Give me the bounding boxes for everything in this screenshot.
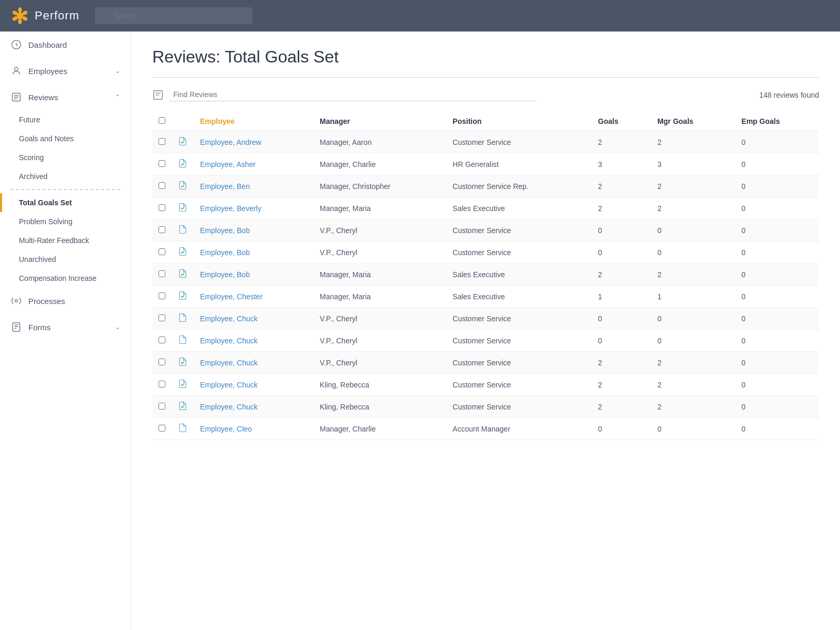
row-emp-goals: 0	[731, 286, 819, 308]
row-checkbox-cell[interactable]	[152, 175, 172, 197]
row-employee-name[interactable]: Employee, Andrew	[194, 131, 313, 153]
row-manager: Manager, Charlie	[313, 418, 446, 440]
svg-point-1	[18, 7, 22, 13]
topbar: Perform	[0, 0, 840, 32]
row-doc-icon-cell	[172, 197, 194, 219]
svg-point-10	[15, 67, 18, 71]
header-manager[interactable]: Manager	[313, 112, 446, 131]
sidebar-sub-multi-rater[interactable]: Multi-Rater Feedback	[0, 231, 131, 250]
sidebar-item-dashboard[interactable]: Dashboard	[0, 32, 131, 58]
sidebar-sub-unarchived[interactable]: Unarchived	[0, 250, 131, 269]
row-manager: Manager, Charlie	[313, 153, 446, 175]
row-checkbox-cell[interactable]	[152, 330, 172, 352]
doc-checked-icon	[178, 269, 187, 278]
row-employee-name[interactable]: Employee, Bob	[194, 219, 313, 242]
row-checkbox[interactable]	[159, 204, 165, 211]
doc-checked-icon	[178, 203, 187, 212]
row-employee-name[interactable]: Employee, Bob	[194, 242, 313, 264]
table-row: Employee, Ben Manager, Christopher Custo…	[152, 175, 819, 197]
doc-checked-icon	[178, 379, 187, 388]
select-all-checkbox[interactable]	[159, 117, 165, 124]
row-checkbox[interactable]	[159, 359, 165, 365]
row-checkbox-cell[interactable]	[152, 352, 172, 374]
row-employee-name[interactable]: Employee, Cleo	[194, 418, 313, 440]
row-checkbox-cell[interactable]	[152, 131, 172, 153]
row-employee-name[interactable]: Employee, Chuck	[194, 374, 313, 396]
sidebar-sub-problem-solving[interactable]: Problem Solving	[0, 212, 131, 231]
row-checkbox[interactable]	[159, 248, 165, 255]
sidebar-sub-archived[interactable]: Archived	[0, 167, 131, 186]
row-checkbox-cell[interactable]	[152, 374, 172, 396]
sidebar-sub-goals-notes[interactable]: Goals and Notes	[0, 129, 131, 148]
row-mgr-goals: 3	[647, 153, 731, 175]
row-checkbox-cell[interactable]	[152, 286, 172, 308]
row-goals: 2	[587, 264, 647, 286]
row-goals: 0	[587, 418, 647, 440]
row-goals: 2	[587, 197, 647, 219]
row-checkbox[interactable]	[159, 314, 165, 321]
row-doc-icon-cell	[172, 308, 194, 330]
header-goals[interactable]: Goals	[587, 112, 647, 131]
row-checkbox[interactable]	[159, 270, 165, 277]
row-employee-name[interactable]: Employee, Chuck	[194, 330, 313, 352]
row-checkbox-cell[interactable]	[152, 418, 172, 440]
sidebar-sub-future[interactable]: Future	[0, 110, 131, 129]
row-mgr-goals: 0	[647, 418, 731, 440]
row-checkbox[interactable]	[159, 381, 165, 387]
row-employee-name[interactable]: Employee, Asher	[194, 153, 313, 175]
doc-icon	[178, 335, 187, 344]
row-checkbox-cell[interactable]	[152, 308, 172, 330]
reviews-chevron: ⌃	[115, 93, 120, 101]
row-doc-icon-cell	[172, 242, 194, 264]
row-checkbox[interactable]	[159, 425, 165, 432]
sidebar-label-reviews: Reviews	[28, 93, 58, 102]
row-position: Customer Service	[446, 242, 587, 264]
row-emp-goals: 0	[731, 197, 819, 219]
row-checkbox[interactable]	[159, 226, 165, 233]
row-checkbox[interactable]	[159, 160, 165, 167]
doc-checked-icon	[178, 291, 187, 300]
row-emp-goals: 0	[731, 308, 819, 330]
table-row: Employee, Chuck Kling, Rebecca Customer …	[152, 374, 819, 396]
row-employee-name[interactable]: Employee, Bob	[194, 264, 313, 286]
row-checkbox[interactable]	[159, 138, 165, 145]
sidebar-sub-scoring[interactable]: Scoring	[0, 148, 131, 167]
row-manager: Kling, Rebecca	[313, 396, 446, 418]
row-checkbox[interactable]	[159, 337, 165, 343]
header-position[interactable]: Position	[446, 112, 587, 131]
row-mgr-goals: 1	[647, 286, 731, 308]
row-checkbox[interactable]	[159, 182, 165, 189]
sidebar-item-forms[interactable]: Forms ⌄	[0, 314, 131, 340]
row-checkbox[interactable]	[159, 403, 165, 410]
row-checkbox-cell[interactable]	[152, 396, 172, 418]
sidebar-sub-compensation[interactable]: Compensation Increase	[0, 269, 131, 288]
header-select-all[interactable]	[152, 112, 172, 131]
sidebar-item-processes[interactable]: Processes	[0, 288, 131, 314]
row-checkbox-cell[interactable]	[152, 197, 172, 219]
sidebar-item-reviews[interactable]: Reviews ⌃	[0, 84, 131, 110]
svg-rect-16	[13, 323, 19, 332]
row-employee-name[interactable]: Employee, Beverly	[194, 197, 313, 219]
row-doc-icon-cell	[172, 175, 194, 197]
sidebar-item-employees[interactable]: Employees ⌄	[0, 58, 131, 84]
filter-input[interactable]	[169, 88, 537, 101]
row-checkbox-cell[interactable]	[152, 242, 172, 264]
table-row: Employee, Bob V.P., Cheryl Customer Serv…	[152, 219, 819, 242]
row-employee-name[interactable]: Employee, Chuck	[194, 396, 313, 418]
sidebar-sub-total-goals-set[interactable]: Total Goals Set	[0, 193, 131, 212]
search-input[interactable]	[95, 7, 253, 24]
header-emp-goals[interactable]: Emp Goals	[731, 112, 819, 131]
row-employee-name[interactable]: Employee, Chester	[194, 286, 313, 308]
row-checkbox-cell[interactable]	[152, 153, 172, 175]
header-mgr-goals[interactable]: Mgr Goals	[647, 112, 731, 131]
row-employee-name[interactable]: Employee, Chuck	[194, 352, 313, 374]
row-checkbox-cell[interactable]	[152, 264, 172, 286]
header-employee[interactable]: Employee	[194, 112, 313, 131]
row-checkbox[interactable]	[159, 292, 165, 299]
row-employee-name[interactable]: Employee, Chuck	[194, 308, 313, 330]
row-employee-name[interactable]: Employee, Ben	[194, 175, 313, 197]
filter-icon	[152, 89, 164, 101]
svg-point-4	[18, 18, 22, 24]
row-checkbox-cell[interactable]	[152, 219, 172, 242]
logo-icon	[10, 6, 29, 25]
